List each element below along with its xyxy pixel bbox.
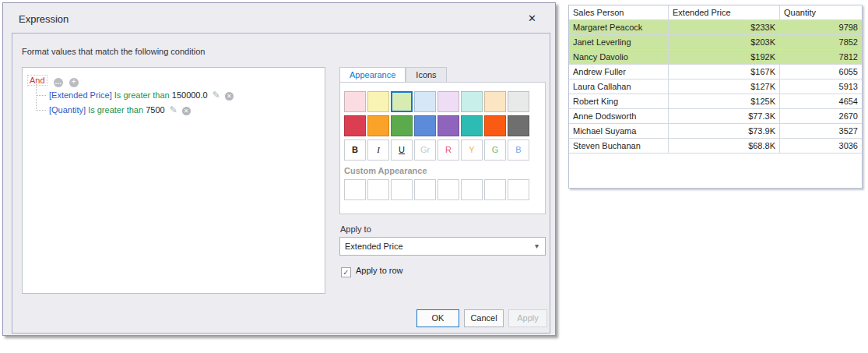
condition-field[interactable]: [Quantity] xyxy=(49,105,86,115)
custom-appearance-swatch[interactable] xyxy=(438,179,459,200)
grid-cell: Margaret Peacock xyxy=(569,20,669,35)
color-swatch[interactable] xyxy=(508,115,529,136)
apply-to-dropdown[interactable]: Extended Price ▾ xyxy=(339,237,546,256)
grid-cell: $192K xyxy=(669,50,780,65)
table-row[interactable]: Janet Leverling$203K7852 xyxy=(569,35,862,50)
tab-icons[interactable]: Icons xyxy=(406,67,446,83)
color-swatch[interactable] xyxy=(367,91,389,112)
grid-cell: $167K xyxy=(669,65,780,79)
edit-pencil-icon[interactable]: ✎ xyxy=(213,90,220,101)
condition-value[interactable]: 150000.0 xyxy=(172,90,208,100)
color-swatch[interactable] xyxy=(461,115,483,136)
custom-appearance-swatch[interactable] xyxy=(391,179,413,200)
font-style-button-yellow[interactable]: Y xyxy=(461,139,483,161)
condition-value[interactable]: 7500 xyxy=(146,105,164,115)
edit-pencil-icon[interactable]: ✎ xyxy=(170,104,177,115)
tab-appearance[interactable]: Appearance xyxy=(339,67,406,83)
apply-to-row-checkbox[interactable]: ✓Apply to row xyxy=(341,265,403,276)
custom-appearance-swatch[interactable] xyxy=(461,179,483,200)
color-swatch[interactable] xyxy=(508,91,529,112)
apply-to-row-label: Apply to row xyxy=(356,266,403,275)
color-swatch[interactable] xyxy=(414,91,436,112)
color-swatch[interactable] xyxy=(438,115,459,136)
grid-column-header[interactable]: Quantity xyxy=(780,5,862,20)
table-row[interactable]: Robert King$125K4654 xyxy=(569,94,862,109)
color-swatch[interactable] xyxy=(367,115,389,136)
table-row[interactable]: Steven Buchanan$68.8K3036 xyxy=(569,139,862,154)
filter-condition: [Extended Price] Is greater than 150000.… xyxy=(27,88,320,103)
grid-cell: $203K xyxy=(669,35,780,50)
color-swatch[interactable] xyxy=(484,115,506,136)
grid-cell: $233K xyxy=(669,20,780,35)
remove-condition-icon[interactable]: ✕ xyxy=(182,107,191,115)
custom-appearance-swatch[interactable] xyxy=(484,179,506,200)
condition-operator[interactable]: Is greater than xyxy=(114,90,170,100)
grid-cell: 3527 xyxy=(780,124,862,139)
table-row[interactable]: Andrew Fuller$167K6055 xyxy=(569,65,862,79)
add-condition-icon[interactable]: + xyxy=(69,78,79,87)
condition-operator[interactable]: Is greater than xyxy=(88,105,143,115)
table-row[interactable]: Michael Suyama$73.9K3527 xyxy=(569,124,862,139)
grid-cell: Janet Leverling xyxy=(569,35,669,50)
grid-cell: Nancy Davolio xyxy=(569,50,669,65)
custom-appearance-swatch[interactable] xyxy=(367,179,389,200)
grid-header-row: Sales PersonExtended PriceQuantity xyxy=(569,5,862,20)
font-style-button-italic[interactable]: I xyxy=(367,139,389,161)
cancel-button[interactable]: Cancel xyxy=(464,309,504,327)
grid-cell: $127K xyxy=(669,79,780,94)
close-icon[interactable]: ✕ xyxy=(528,13,536,24)
font-style-button-bold[interactable]: B xyxy=(344,139,366,161)
grid-cell: Laura Callahan xyxy=(569,79,669,94)
grid-cell: 7852 xyxy=(780,35,862,50)
grid-cell: Steven Buchanan xyxy=(569,139,669,154)
color-swatch[interactable] xyxy=(461,91,483,112)
color-swatch-selected[interactable] xyxy=(391,91,413,112)
table-row[interactable]: Margaret Peacock$233K9798 xyxy=(569,20,862,35)
expression-dialog: Expression ✕ Format values that match th… xyxy=(2,2,556,336)
chevron-down-icon: ▾ xyxy=(535,238,539,255)
grid-cell: $77.3K xyxy=(669,109,780,124)
custom-appearance-swatch[interactable] xyxy=(344,179,366,200)
table-row[interactable]: Nancy Davolio$192K7812 xyxy=(569,50,862,65)
color-swatch[interactable] xyxy=(484,91,506,112)
color-swatch[interactable] xyxy=(391,115,413,136)
grid-column-header[interactable]: Extended Price xyxy=(669,5,780,20)
ok-button[interactable]: OK xyxy=(416,309,459,327)
custom-appearance-swatch[interactable] xyxy=(414,179,436,200)
table-row[interactable]: Laura Callahan$127K5913 xyxy=(569,79,862,94)
filter-group-row: And … + xyxy=(27,74,320,88)
grid-cell: 4654 xyxy=(780,94,862,109)
font-style-button-underline[interactable]: U xyxy=(391,139,413,161)
custom-appearance-swatch[interactable] xyxy=(508,179,529,200)
filter-condition: [Quantity] Is greater than 7500✎✕ xyxy=(27,103,320,118)
remove-condition-icon[interactable]: ✕ xyxy=(225,92,234,101)
bold-color-row xyxy=(344,115,541,136)
group-options-icon[interactable]: … xyxy=(54,78,63,87)
color-swatch[interactable] xyxy=(344,91,366,112)
font-style-button-blue[interactable]: B xyxy=(508,139,529,161)
apply-to-label: Apply to xyxy=(340,224,371,234)
dialog-title: Expression xyxy=(19,13,69,25)
format-tabs: AppearanceIcons xyxy=(339,67,447,83)
color-swatch[interactable] xyxy=(344,115,366,136)
color-swatch[interactable] xyxy=(414,115,436,136)
grid-cell: 2670 xyxy=(780,109,862,124)
table-row[interactable]: Anne Dodsworth$77.3K2670 xyxy=(569,109,862,124)
grid-cell: Andrew Fuller xyxy=(569,65,669,79)
font-style-button-gray[interactable]: Gr xyxy=(414,139,436,161)
grid-column-header[interactable]: Sales Person xyxy=(569,5,669,20)
custom-appearance-row xyxy=(344,179,541,200)
grid-cell: 7812 xyxy=(780,50,862,65)
color-swatch[interactable] xyxy=(438,91,459,112)
font-style-row: BIUGrRYGB xyxy=(344,139,541,161)
condition-description: Format values that match the following c… xyxy=(22,47,205,56)
apply-button[interactable]: Apply xyxy=(508,309,547,327)
grid-cell: 3036 xyxy=(780,139,862,154)
font-style-button-red[interactable]: R xyxy=(438,139,459,161)
check-icon: ✓ xyxy=(341,267,351,277)
font-style-button-green[interactable]: G xyxy=(484,139,506,161)
grid-cell: 9798 xyxy=(780,20,862,35)
condition-field[interactable]: [Extended Price] xyxy=(49,90,112,100)
grid-cell: 6055 xyxy=(780,65,862,79)
appearance-panel: BIUGrRYGB Custom Appearance xyxy=(339,82,546,214)
